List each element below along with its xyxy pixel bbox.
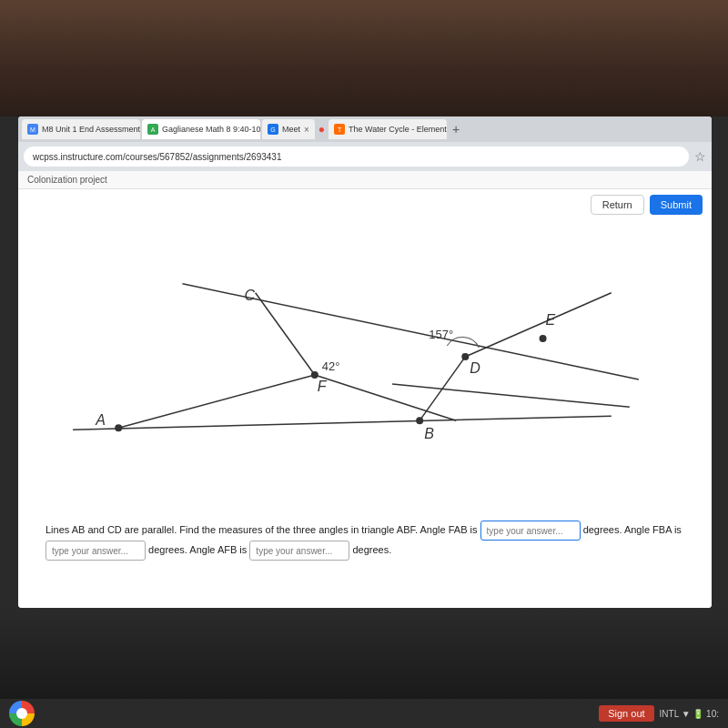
chrome-taskbar-icon[interactable] bbox=[9, 701, 35, 726]
taskbar-right: Sign out INTL ▼ 🔋 10: bbox=[599, 705, 719, 722]
bookmark-icon[interactable]: ☆ bbox=[694, 149, 706, 164]
tab-4-favicon: T bbox=[334, 124, 345, 135]
submit-button[interactable]: Submit bbox=[650, 195, 703, 215]
question-text-degrees1: degrees. Angle FBA is bbox=[583, 524, 682, 535]
angle-42-label: 42° bbox=[322, 359, 340, 373]
return-button[interactable]: Return bbox=[591, 195, 644, 215]
geometry-diagram: A B C D 157° E bbox=[46, 229, 684, 502]
taskbar: Sign out INTL ▼ 🔋 10: bbox=[0, 699, 728, 728]
room-background-bottom bbox=[0, 612, 728, 699]
new-tab-button[interactable]: + bbox=[452, 122, 460, 136]
point-c-label: C bbox=[245, 287, 256, 303]
taskbar-system-info: INTL ▼ 🔋 10: bbox=[660, 709, 719, 719]
recording-indicator: ● bbox=[317, 123, 327, 136]
question-text-before: Lines AB and CD are parallel. Find the m… bbox=[46, 524, 478, 535]
tab-3-close[interactable]: × bbox=[304, 125, 309, 135]
question-text-degrees2: degrees. Angle AFB is bbox=[148, 544, 247, 555]
point-b-label: B bbox=[424, 425, 434, 441]
address-text: wcpss.instructure.com/courses/567852/ass… bbox=[33, 152, 281, 162]
tab-4[interactable]: T The Water Cycle - Elementary... × bbox=[329, 119, 447, 139]
svg-line-4 bbox=[118, 375, 315, 428]
page-content: Colonization project Return Submit A B C bbox=[18, 171, 712, 608]
point-d-label: D bbox=[470, 359, 480, 376]
breadcrumb-text: Colonization project bbox=[27, 175, 107, 185]
svg-line-2 bbox=[465, 293, 611, 357]
address-bar-row: wcpss.instructure.com/courses/567852/ass… bbox=[18, 142, 712, 171]
tab-2-favicon: A bbox=[147, 124, 158, 135]
tab-1[interactable]: M M8 Unit 1 End Assessment Co... × bbox=[22, 119, 140, 139]
tab-2[interactable]: A Gaglianese Math 8 9:40-10:50... × bbox=[142, 119, 260, 139]
diagram-area: A B C D 157° E bbox=[18, 220, 712, 511]
address-bar[interactable]: wcpss.instructure.com/courses/567852/ass… bbox=[24, 147, 689, 167]
point-f-label: F bbox=[318, 378, 328, 394]
svg-line-5 bbox=[315, 375, 456, 420]
toolbar: Return Submit bbox=[18, 189, 712, 220]
point-a-label: A bbox=[95, 411, 106, 428]
laptop-screen: M M8 Unit 1 End Assessment Co... × A Gag… bbox=[18, 116, 712, 608]
tab-3-favicon: G bbox=[268, 124, 278, 135]
tab-bar: M M8 Unit 1 End Assessment Co... × A Gag… bbox=[18, 116, 712, 142]
tab-3-label: Meet bbox=[282, 125, 300, 134]
angle-fab-input[interactable] bbox=[480, 521, 581, 541]
tab-1-label: M8 Unit 1 End Assessment Co... bbox=[42, 125, 140, 134]
question-area: Lines AB and CD are parallel. Find the m… bbox=[18, 511, 712, 570]
question-text-degrees3: degrees. bbox=[352, 544, 391, 555]
point-e-dot bbox=[540, 335, 547, 342]
tab-4-label: The Water Cycle - Elementary... bbox=[349, 125, 447, 134]
browser-chrome: M M8 Unit 1 End Assessment Co... × A Gag… bbox=[18, 116, 712, 171]
angle-afb-input[interactable] bbox=[249, 541, 349, 561]
breadcrumb: Colonization project bbox=[18, 171, 712, 189]
room-background bbox=[0, 0, 728, 116]
sign-out-button[interactable]: Sign out bbox=[599, 705, 653, 722]
tab-3[interactable]: G Meet × bbox=[262, 119, 315, 139]
tab-2-label: Gaglianese Math 8 9:40-10:50... bbox=[162, 125, 260, 134]
angle-fba-input[interactable] bbox=[46, 541, 146, 561]
angle-157-label: 157° bbox=[429, 328, 453, 341]
tab-1-favicon: M bbox=[27, 124, 38, 135]
chrome-inner-circle bbox=[16, 708, 27, 719]
svg-line-3 bbox=[392, 384, 630, 407]
svg-line-7 bbox=[420, 357, 465, 420]
